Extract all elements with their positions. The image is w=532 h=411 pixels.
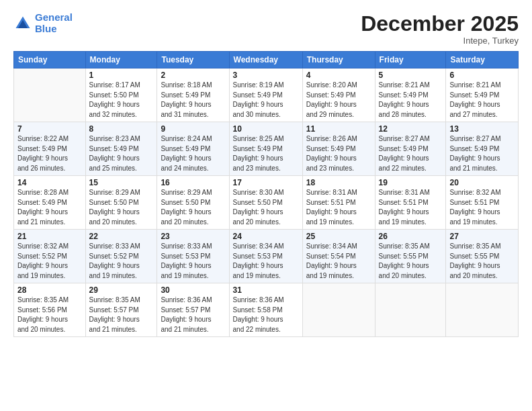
day-info: Sunrise: 8:19 AM Sunset: 5:49 PM Dayligh… bbox=[233, 81, 299, 120]
logo: General Blue bbox=[13, 12, 73, 34]
day-info: Sunrise: 8:29 AM Sunset: 5:50 PM Dayligh… bbox=[89, 188, 154, 227]
table-row: 16Sunrise: 8:29 AM Sunset: 5:50 PM Dayli… bbox=[157, 176, 229, 230]
day-number: 23 bbox=[161, 232, 225, 241]
day-number: 1 bbox=[89, 71, 154, 80]
day-number: 7 bbox=[17, 124, 82, 134]
day-number: 22 bbox=[89, 232, 154, 241]
day-number: 6 bbox=[449, 71, 515, 80]
day-info: Sunrise: 8:27 AM Sunset: 5:49 PM Dayligh… bbox=[379, 134, 443, 173]
col-header-thursday: Thursday bbox=[302, 52, 375, 68]
logo-icon bbox=[13, 14, 32, 33]
day-number: 28 bbox=[17, 285, 82, 295]
day-info: Sunrise: 8:36 AM Sunset: 5:58 PM Dayligh… bbox=[233, 295, 299, 334]
col-header-sunday: Sunday bbox=[14, 52, 86, 68]
page: General Blue December 2025 Intepe, Turke… bbox=[0, 0, 532, 411]
day-info: Sunrise: 8:29 AM Sunset: 5:50 PM Dayligh… bbox=[161, 188, 225, 227]
col-header-saturday: Saturday bbox=[446, 52, 519, 68]
day-number: 20 bbox=[449, 178, 515, 187]
day-info: Sunrise: 8:27 AM Sunset: 5:49 PM Dayligh… bbox=[449, 134, 515, 173]
table-row: 27Sunrise: 8:35 AM Sunset: 5:55 PM Dayli… bbox=[446, 230, 519, 283]
table-row: 6Sunrise: 8:21 AM Sunset: 5:49 PM Daylig… bbox=[446, 68, 519, 122]
location: Intepe, Turkey bbox=[361, 36, 519, 46]
day-number: 18 bbox=[306, 178, 371, 187]
day-number: 29 bbox=[89, 285, 154, 295]
table-row bbox=[14, 68, 86, 122]
table-row: 28Sunrise: 8:35 AM Sunset: 5:56 PM Dayli… bbox=[14, 283, 86, 337]
day-info: Sunrise: 8:34 AM Sunset: 5:54 PM Dayligh… bbox=[306, 242, 371, 281]
table-row: 3Sunrise: 8:19 AM Sunset: 5:49 PM Daylig… bbox=[229, 68, 302, 122]
table-row: 7Sunrise: 8:22 AM Sunset: 5:49 PM Daylig… bbox=[14, 122, 86, 176]
table-row: 15Sunrise: 8:29 AM Sunset: 5:50 PM Dayli… bbox=[85, 176, 157, 230]
day-number: 13 bbox=[449, 124, 515, 134]
day-info: Sunrise: 8:31 AM Sunset: 5:51 PM Dayligh… bbox=[306, 188, 371, 227]
header: General Blue December 2025 Intepe, Turke… bbox=[13, 12, 519, 46]
day-number: 2 bbox=[161, 71, 225, 80]
day-number: 30 bbox=[161, 285, 225, 295]
day-number: 24 bbox=[233, 232, 299, 241]
day-info: Sunrise: 8:21 AM Sunset: 5:49 PM Dayligh… bbox=[449, 81, 515, 120]
logo-general: General bbox=[35, 11, 73, 23]
day-number: 25 bbox=[306, 232, 371, 241]
table-row: 1Sunrise: 8:17 AM Sunset: 5:50 PM Daylig… bbox=[85, 68, 157, 122]
day-info: Sunrise: 8:31 AM Sunset: 5:51 PM Dayligh… bbox=[379, 188, 443, 227]
day-number: 31 bbox=[233, 285, 299, 295]
table-row: 19Sunrise: 8:31 AM Sunset: 5:51 PM Dayli… bbox=[375, 176, 446, 230]
day-number: 11 bbox=[306, 124, 371, 134]
table-row: 24Sunrise: 8:34 AM Sunset: 5:53 PM Dayli… bbox=[229, 230, 302, 283]
day-info: Sunrise: 8:34 AM Sunset: 5:53 PM Dayligh… bbox=[233, 242, 299, 281]
day-info: Sunrise: 8:20 AM Sunset: 5:49 PM Dayligh… bbox=[306, 81, 371, 120]
day-info: Sunrise: 8:35 AM Sunset: 5:56 PM Dayligh… bbox=[17, 295, 82, 334]
table-row: 11Sunrise: 8:26 AM Sunset: 5:49 PM Dayli… bbox=[302, 122, 375, 176]
calendar-table: SundayMondayTuesdayWednesdayThursdayFrid… bbox=[13, 51, 519, 337]
table-row: 30Sunrise: 8:36 AM Sunset: 5:57 PM Dayli… bbox=[157, 283, 229, 337]
day-info: Sunrise: 8:22 AM Sunset: 5:49 PM Dayligh… bbox=[17, 134, 82, 173]
day-info: Sunrise: 8:26 AM Sunset: 5:49 PM Dayligh… bbox=[306, 134, 371, 173]
day-number: 26 bbox=[379, 232, 443, 241]
table-row: 5Sunrise: 8:21 AM Sunset: 5:49 PM Daylig… bbox=[375, 68, 446, 122]
day-number: 12 bbox=[379, 124, 443, 134]
table-row bbox=[375, 283, 446, 337]
logo-blue: Blue bbox=[35, 23, 57, 34]
svg-rect-2 bbox=[21, 24, 26, 28]
day-number: 9 bbox=[161, 124, 225, 134]
col-header-monday: Monday bbox=[85, 52, 157, 68]
table-row: 12Sunrise: 8:27 AM Sunset: 5:49 PM Dayli… bbox=[375, 122, 446, 176]
day-number: 21 bbox=[17, 232, 82, 241]
day-number: 4 bbox=[306, 71, 371, 80]
table-row: 14Sunrise: 8:28 AM Sunset: 5:49 PM Dayli… bbox=[14, 176, 86, 230]
day-number: 10 bbox=[233, 124, 299, 134]
day-number: 19 bbox=[379, 178, 443, 187]
table-row: 21Sunrise: 8:32 AM Sunset: 5:52 PM Dayli… bbox=[14, 230, 86, 283]
table-row: 20Sunrise: 8:32 AM Sunset: 5:51 PM Dayli… bbox=[446, 176, 519, 230]
day-info: Sunrise: 8:35 AM Sunset: 5:57 PM Dayligh… bbox=[89, 295, 154, 334]
day-info: Sunrise: 8:18 AM Sunset: 5:49 PM Dayligh… bbox=[161, 81, 225, 120]
table-row bbox=[446, 283, 519, 337]
table-row: 26Sunrise: 8:35 AM Sunset: 5:55 PM Dayli… bbox=[375, 230, 446, 283]
day-number: 3 bbox=[233, 71, 299, 80]
table-row: 22Sunrise: 8:33 AM Sunset: 5:52 PM Dayli… bbox=[85, 230, 157, 283]
day-info: Sunrise: 8:25 AM Sunset: 5:49 PM Dayligh… bbox=[233, 134, 299, 173]
col-header-wednesday: Wednesday bbox=[229, 52, 302, 68]
table-row: 25Sunrise: 8:34 AM Sunset: 5:54 PM Dayli… bbox=[302, 230, 375, 283]
day-number: 17 bbox=[233, 178, 299, 187]
day-info: Sunrise: 8:33 AM Sunset: 5:53 PM Dayligh… bbox=[161, 242, 225, 281]
table-row: 2Sunrise: 8:18 AM Sunset: 5:49 PM Daylig… bbox=[157, 68, 229, 122]
table-row: 10Sunrise: 8:25 AM Sunset: 5:49 PM Dayli… bbox=[229, 122, 302, 176]
table-row: 17Sunrise: 8:30 AM Sunset: 5:50 PM Dayli… bbox=[229, 176, 302, 230]
table-row: 8Sunrise: 8:23 AM Sunset: 5:49 PM Daylig… bbox=[85, 122, 157, 176]
day-info: Sunrise: 8:17 AM Sunset: 5:50 PM Dayligh… bbox=[89, 81, 154, 120]
day-info: Sunrise: 8:35 AM Sunset: 5:55 PM Dayligh… bbox=[449, 242, 515, 281]
table-row: 31Sunrise: 8:36 AM Sunset: 5:58 PM Dayli… bbox=[229, 283, 302, 337]
day-info: Sunrise: 8:28 AM Sunset: 5:49 PM Dayligh… bbox=[17, 188, 82, 227]
day-number: 14 bbox=[17, 178, 82, 187]
table-row: 4Sunrise: 8:20 AM Sunset: 5:49 PM Daylig… bbox=[302, 68, 375, 122]
day-info: Sunrise: 8:36 AM Sunset: 5:57 PM Dayligh… bbox=[161, 295, 225, 334]
day-info: Sunrise: 8:35 AM Sunset: 5:55 PM Dayligh… bbox=[379, 242, 443, 281]
day-info: Sunrise: 8:32 AM Sunset: 5:52 PM Dayligh… bbox=[17, 242, 82, 281]
table-row: 18Sunrise: 8:31 AM Sunset: 5:51 PM Dayli… bbox=[302, 176, 375, 230]
table-row: 13Sunrise: 8:27 AM Sunset: 5:49 PM Dayli… bbox=[446, 122, 519, 176]
month-title: December 2025 bbox=[361, 12, 519, 36]
day-info: Sunrise: 8:30 AM Sunset: 5:50 PM Dayligh… bbox=[233, 188, 299, 227]
table-row bbox=[302, 283, 375, 337]
day-info: Sunrise: 8:24 AM Sunset: 5:49 PM Dayligh… bbox=[161, 134, 225, 173]
